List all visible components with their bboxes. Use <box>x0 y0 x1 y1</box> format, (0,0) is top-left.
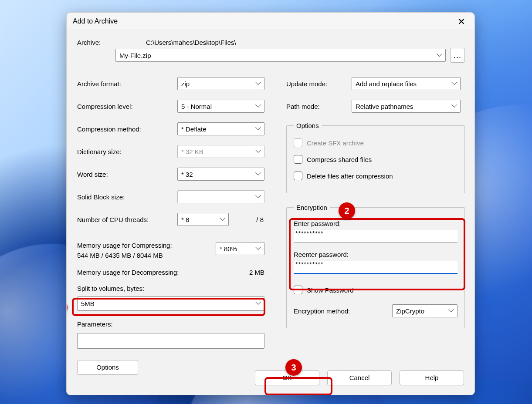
show-password-label: Show Password <box>307 286 354 294</box>
reenter-password-label: Reenter password: <box>294 251 457 258</box>
chevron-down-icon <box>452 104 457 108</box>
word-size-label: Word size: <box>77 171 177 178</box>
chevron-down-icon <box>256 195 261 199</box>
close-icon <box>458 18 464 24</box>
archive-path: C:\Users\mahes\Desktop\Files\ <box>146 39 236 46</box>
delete-label: Delete files after compression <box>307 172 393 180</box>
cancel-button[interactable]: Cancel <box>327 370 392 385</box>
chevron-down-icon <box>256 301 261 306</box>
cpu-threads-select[interactable]: * 8 <box>177 213 229 226</box>
help-button[interactable]: Help <box>400 370 464 385</box>
enter-password-label: Enter password: <box>294 220 457 227</box>
chevron-down-icon <box>256 81 261 86</box>
dictionary-size-label: Dictionary size: <box>77 148 177 155</box>
encryption-legend: Encryption <box>294 204 330 211</box>
cpu-threads-label: Number of CPU threads: <box>77 216 177 223</box>
chevron-down-icon <box>256 246 261 251</box>
chevron-down-icon <box>256 172 261 176</box>
word-size-select[interactable]: * 32 <box>177 168 264 181</box>
mem-decompress-label: Memory usage for Decompressing: <box>77 269 179 276</box>
archive-filename-combo[interactable]: My-File.zip <box>115 49 446 62</box>
chevron-down-icon <box>256 149 261 154</box>
chevron-down-icon <box>256 104 261 108</box>
close-button[interactable] <box>452 14 471 28</box>
show-password-checkbox[interactable] <box>294 286 302 294</box>
chevron-down-icon <box>452 81 457 86</box>
right-column: Update mode: Add and replace files Path … <box>286 72 465 375</box>
cpu-threads-total: / 8 <box>233 216 264 223</box>
shared-checkbox[interactable] <box>294 155 302 164</box>
chevron-down-icon <box>256 127 261 131</box>
encryption-group: Encryption Enter password: ********** Re… <box>286 204 465 328</box>
dialog-window: Add to Archive Archive: C:\Users\mahes\D… <box>66 12 475 395</box>
reenter-password-input[interactable]: ********** <box>294 261 457 274</box>
split-volumes-label: Split to volumes, bytes: <box>77 285 264 292</box>
mem-compress-select[interactable]: * 80% <box>216 242 264 255</box>
sfx-label: Create SFX archive <box>307 139 364 147</box>
archive-label: Archive: <box>77 39 111 46</box>
dictionary-size-select[interactable]: * 32 KB <box>177 145 264 158</box>
split-volumes-value: 5MB <box>81 300 95 307</box>
show-password-row[interactable]: Show Password <box>294 282 457 298</box>
annotation-badge-1: 1 <box>66 299 68 316</box>
chevron-down-icon <box>437 53 442 57</box>
encryption-method-label: Encryption method: <box>294 307 386 315</box>
compression-level-label: Compression level: <box>77 103 177 110</box>
solid-block-size-select[interactable] <box>177 190 264 203</box>
shared-checkbox-row[interactable]: Compress shared files <box>294 151 457 168</box>
annotation-badge-2: 2 <box>339 202 355 219</box>
titlebar: Add to Archive <box>67 13 474 30</box>
split-volumes-combo[interactable]: 5MB <box>77 296 264 311</box>
shared-label: Compress shared files <box>307 156 372 163</box>
compression-method-select[interactable]: * Deflate <box>177 122 264 135</box>
mem-compress-label: Memory usage for Compressing: <box>77 240 172 250</box>
chevron-down-icon <box>449 309 454 313</box>
text-caret <box>324 261 324 268</box>
archive-format-select[interactable]: zip <box>177 77 264 90</box>
encryption-method-select[interactable]: ZipCrypto <box>392 304 457 317</box>
mem-decompress-value: 2 MB <box>249 269 264 276</box>
browse-button[interactable]: ... <box>450 48 465 63</box>
options-group: Options Create SFX archive Compress shar… <box>286 122 465 193</box>
path-mode-label: Path mode: <box>286 103 352 110</box>
delete-checkbox[interactable] <box>294 172 302 180</box>
solid-block-size-label: Solid Block size: <box>77 193 177 201</box>
archive-filename: My-File.zip <box>119 52 151 59</box>
sfx-checkbox-row: Create SFX archive <box>294 135 457 151</box>
footer-buttons: OK Cancel Help <box>255 370 464 385</box>
path-mode-select[interactable]: Relative pathnames <box>352 100 461 113</box>
parameters-input[interactable] <box>77 333 264 349</box>
parameters-label: Parameters: <box>77 320 264 328</box>
compression-method-label: Compression method: <box>77 125 177 133</box>
enter-password-input[interactable]: ********** <box>294 230 457 243</box>
compression-level-select[interactable]: 5 - Normal <box>177 100 264 113</box>
update-mode-label: Update mode: <box>286 80 352 88</box>
chevron-down-icon <box>220 217 225 222</box>
options-legend: Options <box>294 122 322 129</box>
window-title: Add to Archive <box>73 17 452 25</box>
sfx-checkbox <box>294 138 302 147</box>
annotation-badge-3: 3 <box>285 359 302 376</box>
archive-format-label: Archive format: <box>77 80 177 88</box>
left-column: Archive format: zip Compression level: 5… <box>77 72 264 375</box>
options-button[interactable]: Options <box>77 360 138 375</box>
mem-compress-detail: 544 MB / 6435 MB / 8044 MB <box>77 250 172 260</box>
update-mode-select[interactable]: Add and replace files <box>352 77 461 90</box>
delete-checkbox-row[interactable]: Delete files after compression <box>294 168 457 184</box>
